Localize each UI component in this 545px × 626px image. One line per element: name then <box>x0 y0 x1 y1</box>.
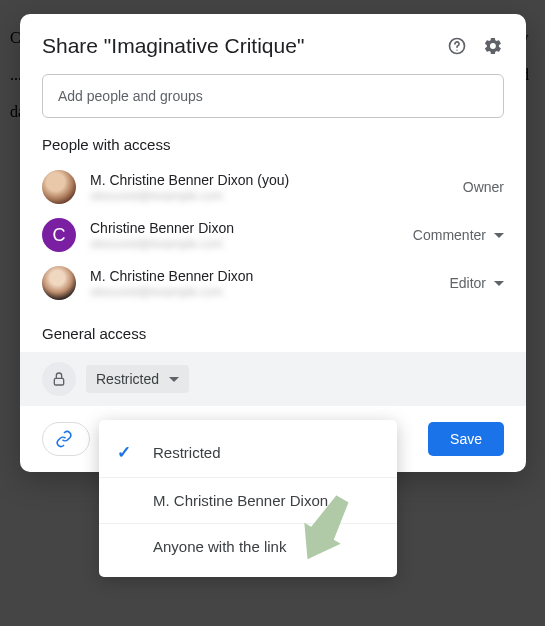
person-name: M. Christine Benner Dixon (you) <box>90 172 463 188</box>
chevron-down-icon <box>169 377 179 382</box>
svg-rect-2 <box>54 378 63 385</box>
menu-item-label: M. Christine Benner Dixon <box>153 492 328 509</box>
menu-item-restricted[interactable]: ✓ Restricted <box>99 428 397 478</box>
chevron-down-icon <box>494 233 504 238</box>
help-icon[interactable] <box>446 35 468 57</box>
menu-item-label: Anyone with the link <box>153 538 286 555</box>
general-access-row: Restricted <box>20 352 526 406</box>
role-text: Editor <box>449 275 486 291</box>
lock-icon <box>42 362 76 396</box>
save-button[interactable]: Save <box>428 422 504 456</box>
avatar <box>42 170 76 204</box>
role-dropdown[interactable]: Editor <box>449 275 504 291</box>
person-row: M. Christine Benner Dixon obscured@examp… <box>42 259 504 307</box>
person-row: C Christine Benner Dixon obscured@exampl… <box>42 211 504 259</box>
link-icon <box>55 430 73 448</box>
dialog-title: Share "Imaginative Critique" <box>42 34 304 58</box>
person-info: M. Christine Benner Dixon obscured@examp… <box>90 268 449 299</box>
role-dropdown[interactable]: Commenter <box>413 227 504 243</box>
chevron-down-icon <box>494 281 504 286</box>
person-email: obscured@example.com <box>90 285 449 299</box>
person-email: obscured@example.com <box>90 189 463 203</box>
role-text: Owner <box>463 179 504 195</box>
access-dropdown-menu: ✓ Restricted M. Christine Benner Dixon A… <box>99 420 397 577</box>
dialog-header: Share "Imaginative Critique" <box>42 34 504 58</box>
person-name: Christine Benner Dixon <box>90 220 413 236</box>
role-label: Owner <box>463 179 504 195</box>
access-dropdown[interactable]: Restricted <box>86 365 189 393</box>
header-icons <box>446 35 504 57</box>
person-email: obscured@example.com <box>90 237 413 251</box>
person-name: M. Christine Benner Dixon <box>90 268 449 284</box>
share-dialog: Share "Imaginative Critique" Add people … <box>20 14 526 472</box>
copy-link-button[interactable] <box>42 422 90 456</box>
general-access-heading: General access <box>42 325 504 342</box>
check-icon: ✓ <box>117 442 141 463</box>
general-access-section: General access Restricted <box>42 325 504 406</box>
person-info: M. Christine Benner Dixon (you) obscured… <box>90 172 463 203</box>
avatar <box>42 266 76 300</box>
gear-icon[interactable] <box>482 35 504 57</box>
avatar: C <box>42 218 76 252</box>
person-info: Christine Benner Dixon obscured@example.… <box>90 220 413 251</box>
menu-item-label: Restricted <box>153 444 221 461</box>
add-people-input[interactable]: Add people and groups <box>42 74 504 118</box>
people-with-access-heading: People with access <box>42 136 504 153</box>
role-text: Commenter <box>413 227 486 243</box>
person-row: M. Christine Benner Dixon (you) obscured… <box>42 163 504 211</box>
svg-point-1 <box>456 50 457 51</box>
access-dropdown-label: Restricted <box>96 371 159 387</box>
